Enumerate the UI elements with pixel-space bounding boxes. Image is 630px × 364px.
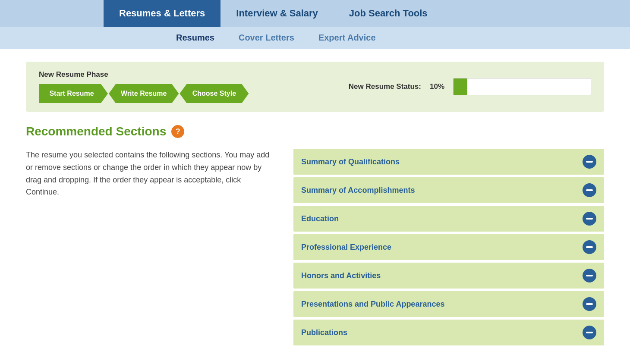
nav-interview-salary[interactable]: Interview & Salary bbox=[220, 0, 334, 27]
remove-professional-experience-button[interactable] bbox=[583, 240, 596, 254]
step-start-resume[interactable]: Start Resume bbox=[39, 84, 108, 103]
section-label-accomplishments: Summary of Accomplishments bbox=[301, 186, 415, 195]
progress-percent: 10% bbox=[430, 82, 444, 91]
description-text: The resume you selected contains the fol… bbox=[26, 149, 276, 198]
help-icon[interactable]: ? bbox=[171, 125, 184, 138]
top-nav: Resumes & Letters Interview & Salary Job… bbox=[0, 0, 630, 27]
section-item-accomplishments[interactable]: Summary of Accomplishments bbox=[293, 177, 604, 203]
remove-accomplishments-button[interactable] bbox=[583, 183, 596, 197]
sub-nav: Resumes Cover Letters Expert Advice bbox=[0, 27, 630, 49]
progress-phase-label: New Resume Phase bbox=[39, 70, 249, 79]
section-label-honors: Honors and Activities bbox=[301, 271, 381, 280]
recommended-sections-heading: Recommended Sections bbox=[26, 125, 166, 138]
nav-job-search-tools[interactable]: Job Search Tools bbox=[334, 0, 443, 27]
step-write-resume[interactable]: Write Resume bbox=[109, 84, 179, 103]
recommended-sections-title: Recommended Sections ? bbox=[26, 125, 604, 138]
section-label-education: Education bbox=[301, 214, 339, 223]
section-item-qualifications[interactable]: Summary of Qualifications bbox=[293, 149, 604, 175]
progress-right: New Resume Status: 10% bbox=[349, 78, 591, 95]
section-item-honors[interactable]: Honors and Activities bbox=[293, 263, 604, 289]
progress-status-label: New Resume Status: bbox=[349, 82, 421, 91]
progress-section: New Resume Phase Start Resume Write Resu… bbox=[26, 62, 604, 112]
main-content: New Resume Phase Start Resume Write Resu… bbox=[0, 49, 630, 358]
subnav-cover-letters[interactable]: Cover Letters bbox=[227, 27, 306, 49]
content-area: The resume you selected contains the fol… bbox=[26, 149, 604, 345]
step-choose-style[interactable]: Choose Style bbox=[180, 84, 249, 103]
progress-steps: Start Resume Write Resume Choose Style bbox=[39, 84, 249, 103]
section-label-publications: Publications bbox=[301, 328, 347, 337]
progress-bar bbox=[453, 78, 591, 95]
sections-list: Summary of Qualifications Summary of Acc… bbox=[293, 149, 604, 345]
subnav-resumes[interactable]: Resumes bbox=[164, 27, 227, 49]
section-label-qualifications: Summary of Qualifications bbox=[301, 157, 400, 166]
section-label-professional-experience: Professional Experience bbox=[301, 243, 391, 252]
remove-education-button[interactable] bbox=[583, 212, 596, 226]
section-item-education[interactable]: Education bbox=[293, 206, 604, 232]
remove-honors-button[interactable] bbox=[583, 269, 596, 282]
section-item-professional-experience[interactable]: Professional Experience bbox=[293, 234, 604, 260]
progress-left: New Resume Phase Start Resume Write Resu… bbox=[39, 70, 249, 103]
remove-qualifications-button[interactable] bbox=[583, 155, 596, 169]
subnav-expert-advice[interactable]: Expert Advice bbox=[306, 27, 388, 49]
nav-resumes-letters[interactable]: Resumes & Letters bbox=[104, 0, 220, 27]
remove-presentations-button[interactable] bbox=[583, 297, 596, 311]
section-item-presentations[interactable]: Presentations and Public Appearances bbox=[293, 291, 604, 317]
progress-bar-fill bbox=[454, 78, 467, 95]
remove-publications-button[interactable] bbox=[583, 326, 596, 339]
section-label-presentations: Presentations and Public Appearances bbox=[301, 300, 444, 309]
section-item-publications[interactable]: Publications bbox=[293, 320, 604, 345]
